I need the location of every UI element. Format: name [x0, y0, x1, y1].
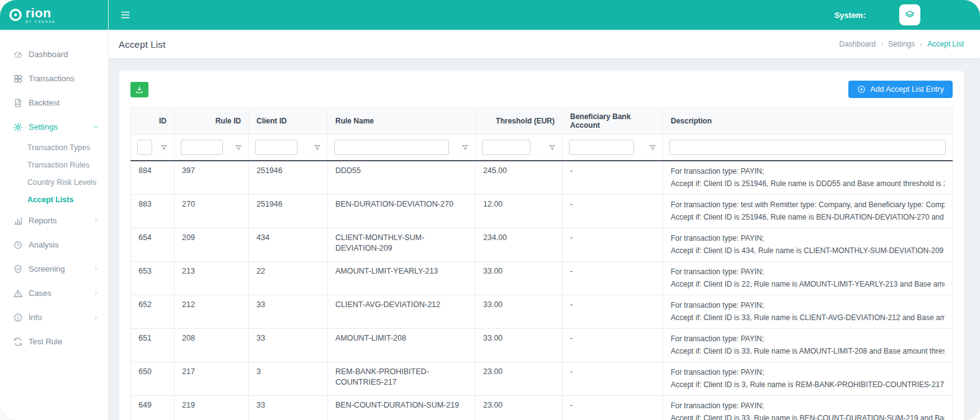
- cell-id: 654: [131, 228, 175, 262]
- cell-rule-name: BEN-DURATION-DEVIATION-270: [328, 195, 476, 228]
- filter-funnel-icon[interactable]: [461, 144, 469, 151]
- table-row[interactable]: 654209434CLIENT-MONTHLY-SUM-DEVIATION-20…: [131, 228, 953, 262]
- cell-client-id: 33: [249, 329, 328, 362]
- cell-threshold: 33.00: [476, 329, 563, 362]
- column-header-threshold-eur[interactable]: Threshold (EUR): [476, 108, 563, 135]
- sidebar-item-label: Screening: [29, 264, 65, 274]
- cell-threshold: 23.00: [476, 362, 563, 396]
- breadcrumb-separator: ›: [920, 40, 922, 48]
- column-header-rule-name[interactable]: Rule Name: [328, 108, 476, 135]
- column-header-id[interactable]: ID: [131, 108, 175, 135]
- cell-description: For transaction type: test with Remitter…: [663, 195, 953, 228]
- breadcrumb-item-dashboard[interactable]: Dashboard: [839, 40, 876, 48]
- sidebar-item-label: Dashboard: [29, 50, 68, 59]
- brand-subtext: by CSENSE: [25, 20, 56, 24]
- cell-threshold: 33.00: [476, 295, 563, 329]
- chevron-right-icon: [93, 266, 99, 272]
- info-icon: [13, 313, 23, 323]
- cell-threshold: 245.00: [476, 161, 563, 195]
- sidebar-item-label: Analysis: [29, 240, 58, 249]
- column-header-beneficiary-bank-account[interactable]: Beneficiary Bank Account: [563, 108, 663, 135]
- cell-client-id: 434: [249, 228, 328, 262]
- cell-beneficiary: -: [563, 161, 663, 195]
- filter-input-beneficiary-bank-account[interactable]: [569, 140, 634, 155]
- sidebar-item-transactions[interactable]: Transactions: [0, 66, 108, 91]
- filter-funnel-icon[interactable]: [548, 144, 556, 151]
- main-area: System: Accept List Dashboard›Settings›A…: [109, 0, 980, 420]
- sidebar-item-screening[interactable]: Screening: [0, 257, 108, 281]
- column-header-rule-id[interactable]: Rule ID: [175, 108, 249, 135]
- description-line: For transaction type: PAYIN;: [671, 266, 945, 278]
- cell-id: 649: [131, 396, 175, 420]
- sidebar-item-analysis[interactable]: Analysis: [0, 233, 108, 257]
- table-row[interactable]: 64921933BEN-COUNT-DURATION-SUM-21923.00-…: [131, 396, 953, 420]
- description-line: Accept if: Client ID is 33, Rule name is…: [671, 345, 945, 357]
- accept-list-card: Add Accept List Entry IDRule IDClient ID…: [119, 71, 964, 420]
- app-window: rion by CSENSE DashboardTransactionsBack…: [0, 0, 980, 420]
- hamburger-menu-button[interactable]: [116, 6, 135, 24]
- cell-client-id: 33: [249, 295, 328, 329]
- filter-input-rule-name[interactable]: [334, 140, 449, 155]
- cell-description: For transaction type: PAYIN;Accept if: C…: [663, 228, 953, 262]
- cell-threshold: 33.00: [476, 262, 563, 295]
- sidebar-item-info[interactable]: Info: [0, 305, 108, 329]
- cell-rule-name: CLIENT-MONTHLY-SUM-DEVIATION-209: [328, 228, 476, 262]
- filter-funnel-icon[interactable]: [314, 144, 321, 151]
- sidebar-item-settings[interactable]: Settings: [0, 115, 108, 139]
- description-line: For transaction type: PAYIN;: [671, 400, 945, 412]
- cell-rule-name: AMOUNT-LIMIT-208: [328, 329, 476, 362]
- sidebar-subitem-accept-lists[interactable]: Accept Lists: [0, 191, 108, 208]
- filter-funnel-icon[interactable]: [649, 144, 656, 151]
- breadcrumb-item-settings[interactable]: Settings: [888, 40, 915, 48]
- bar-chart-icon: [13, 216, 23, 226]
- add-accept-list-entry-button[interactable]: Add Accept List Entry: [848, 81, 953, 98]
- sidebar-item-test-rule[interactable]: Test Rule: [0, 329, 108, 354]
- sidebar-item-backtest[interactable]: Backtest: [0, 91, 108, 115]
- cell-rule-name: REM-BANK-PROHIBITED-COUNTRIES-217: [328, 362, 476, 396]
- cell-rule-id: 208: [175, 329, 249, 362]
- description-line: Accept if: Client ID is 251946, Rule nam…: [671, 211, 945, 223]
- filter-funnel-icon[interactable]: [235, 144, 242, 151]
- sidebar-item-label: Backtest: [29, 98, 60, 107]
- filter-input-client-id[interactable]: [255, 140, 297, 155]
- table-row[interactable]: 65321322AMOUNT-LIMIT-YEARLY-21333.00-For…: [131, 262, 953, 295]
- description-line: For transaction type: PAYIN;: [671, 232, 945, 244]
- cell-rule-id: 219: [175, 396, 249, 420]
- accept-list-table: IDRule IDClient IDRule NameThreshold (EU…: [130, 107, 953, 420]
- sidebar-item-dashboard[interactable]: Dashboard: [0, 42, 108, 66]
- sidebar-item-reports[interactable]: Reports: [0, 208, 108, 233]
- filter-input-rule-id[interactable]: [181, 140, 223, 155]
- layers-icon: [904, 9, 915, 20]
- cell-rule-name: AMOUNT-LIMIT-YEARLY-213: [328, 262, 476, 295]
- table-filter-row: [131, 135, 953, 161]
- column-header-client-id[interactable]: Client ID: [249, 108, 328, 135]
- filter-input-description[interactable]: [669, 140, 946, 155]
- description-line: Accept if: Client ID is 33, Rule name is…: [671, 412, 945, 420]
- gear-icon: [13, 122, 23, 132]
- cell-rule-name: BEN-COUNT-DURATION-SUM-219: [328, 396, 476, 420]
- table-row[interactable]: 883270251946BEN-DURATION-DEVIATION-27012…: [131, 195, 953, 228]
- page-title: Accept List: [119, 39, 166, 50]
- description-line: For transaction type: PAYIN;: [671, 165, 945, 177]
- cell-client-id: 251946: [249, 161, 328, 195]
- table-row[interactable]: 65221233CLIENT-AVG-DEVIATION-21233.00-Fo…: [131, 295, 953, 329]
- filter-input-id[interactable]: [137, 140, 152, 155]
- plus-circle-icon: [857, 85, 866, 94]
- system-selector-button[interactable]: [899, 4, 920, 25]
- download-button[interactable]: [130, 82, 148, 97]
- sidebar-subitem-transaction-types[interactable]: Transaction Types: [0, 139, 108, 156]
- add-button-label: Add Accept List Entry: [870, 85, 944, 94]
- table-row[interactable]: 884397251946DDD55245.00-For transaction …: [131, 161, 953, 195]
- column-header-description[interactable]: Description: [663, 108, 953, 135]
- sidebar-item-cases[interactable]: Cases: [0, 281, 108, 305]
- description-line: Accept if: Client ID is 434, Rule name i…: [671, 244, 945, 257]
- topbar-right: System:: [834, 4, 980, 25]
- download-icon: [135, 85, 144, 94]
- filter-funnel-icon[interactable]: [160, 144, 168, 151]
- sidebar-subitem-transaction-rules[interactable]: Transaction Rules: [0, 156, 108, 174]
- table-row[interactable]: 65120833AMOUNT-LIMIT-20833.00-For transa…: [131, 329, 953, 362]
- brand-logo[interactable]: rion by CSENSE: [0, 0, 108, 30]
- sidebar-subitem-country-risk-levels[interactable]: Country Risk Levels: [0, 174, 108, 191]
- filter-input-threshold[interactable]: [482, 140, 530, 155]
- table-row[interactable]: 6502173REM-BANK-PROHIBITED-COUNTRIES-217…: [131, 362, 953, 396]
